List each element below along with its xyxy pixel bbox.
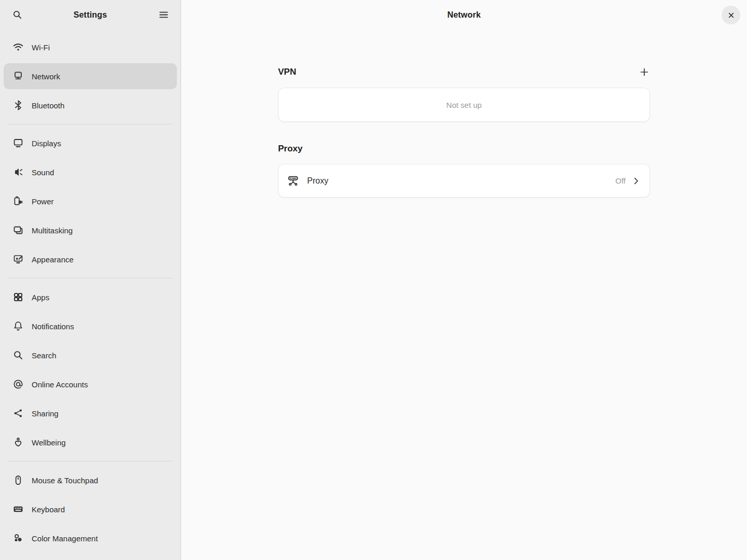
sidebar-item-notifications[interactable]: Notifications: [4, 313, 177, 339]
sidebar-item-displays[interactable]: Displays: [4, 130, 177, 156]
sidebar-item-wi-fi[interactable]: Wi-Fi: [4, 34, 177, 60]
sidebar-item-label: Displays: [32, 139, 61, 148]
sharing-icon: [12, 407, 24, 419]
main-header: Network: [181, 0, 747, 30]
mouse-icon: [12, 474, 24, 486]
page-title: Network: [447, 10, 481, 20]
sidebar-item-sound[interactable]: Sound: [4, 159, 177, 185]
plus-icon: [639, 66, 650, 78]
vpn-section-header: VPN: [278, 64, 650, 80]
bluetooth-icon: [12, 99, 24, 111]
sidebar-separator: [7, 278, 173, 278]
sidebar-item-label: Apps: [32, 293, 49, 302]
sidebar-item-label: Mouse & Touchpad: [32, 476, 98, 485]
sidebar-item-label: Bluetooth: [32, 101, 64, 110]
proxy-section: Proxy Proxy Off: [278, 141, 650, 198]
sidebar-item-label: Keyboard: [32, 505, 65, 514]
search-icon: [12, 349, 24, 361]
add-vpn-button[interactable]: [636, 64, 653, 80]
sidebar-menu-button[interactable]: [155, 6, 172, 24]
proxy-row[interactable]: Proxy Off: [279, 164, 649, 197]
sound-icon: [12, 166, 24, 178]
multitasking-icon: [12, 224, 24, 236]
chevron-right-icon: [631, 176, 641, 186]
close-icon: [726, 10, 736, 20]
proxy-section-header: Proxy: [278, 141, 650, 157]
sidebar-item-label: Search: [32, 351, 57, 360]
vpn-heading: VPN: [278, 67, 296, 77]
vpn-empty-text: Not set up: [446, 101, 481, 109]
close-button[interactable]: [722, 6, 740, 24]
sidebar-item-multitasking[interactable]: Multitasking: [4, 217, 177, 243]
power-icon: [12, 195, 24, 207]
proxy-heading: Proxy: [278, 144, 302, 154]
sidebar-separator: [7, 461, 173, 461]
sidebar-item-label: Sharing: [32, 409, 59, 418]
sidebar-item-label: Appearance: [32, 255, 74, 264]
sidebar-item-label: Sound: [32, 168, 54, 177]
keyboard-icon: [12, 503, 24, 515]
sidebar-item-mouse-touchpad[interactable]: Mouse & Touchpad: [4, 467, 177, 493]
color-management-icon: [12, 532, 24, 544]
sidebar-item-sharing[interactable]: Sharing: [4, 400, 177, 426]
online-accounts-icon: [12, 378, 24, 390]
sidebar-title: Settings: [74, 10, 107, 20]
sidebar-item-apps[interactable]: Apps: [4, 284, 177, 310]
displays-icon: [12, 137, 24, 149]
apps-icon: [12, 291, 24, 303]
sidebar-item-label: Wi-Fi: [32, 43, 50, 52]
vpn-section: VPN Not set up: [278, 64, 650, 122]
sidebar-item-power[interactable]: Power: [4, 188, 177, 214]
sidebar: Settings Wi-Fi Network Bluetooth Display…: [0, 0, 181, 560]
network-icon: [12, 70, 24, 82]
proxy-card: Proxy Off: [278, 164, 650, 198]
sidebar-item-label: Power: [32, 197, 54, 206]
sidebar-nav: Wi-Fi Network Bluetooth Displays Sound P…: [0, 30, 181, 560]
appearance-icon: [12, 253, 24, 265]
network-page: VPN Not set up Proxy Proxy Off: [278, 30, 650, 198]
sidebar-item-appearance[interactable]: Appearance: [4, 246, 177, 272]
hamburger-menu-icon: [158, 9, 170, 21]
notifications-icon: [12, 320, 24, 332]
sidebar-item-network[interactable]: Network: [4, 63, 177, 89]
sidebar-item-color-management[interactable]: Color Management: [4, 525, 177, 551]
search-icon: [11, 9, 23, 21]
sidebar-item-label: Notifications: [32, 322, 74, 331]
sidebar-item-bluetooth[interactable]: Bluetooth: [4, 92, 177, 118]
sidebar-item-label: Wellbeing: [32, 438, 66, 447]
wifi-icon: [12, 41, 24, 53]
sidebar-item-label: Multitasking: [32, 226, 73, 235]
proxy-icon: [286, 174, 300, 188]
sidebar-item-label: Color Management: [32, 534, 98, 543]
proxy-row-label: Proxy: [307, 176, 328, 186]
sidebar-item-label: Network: [32, 72, 60, 81]
sidebar-item-label: Online Accounts: [32, 380, 88, 389]
sidebar-item-online-accounts[interactable]: Online Accounts: [4, 371, 177, 397]
wellbeing-icon: [12, 436, 24, 449]
sidebar-item-search[interactable]: Search: [4, 342, 177, 368]
proxy-status-value: Off: [615, 176, 626, 185]
vpn-empty-card: Not set up: [278, 88, 650, 122]
sidebar-search-button[interactable]: [8, 6, 26, 24]
main-panel: Network VPN Not set up Proxy: [181, 0, 747, 560]
sidebar-header: Settings: [0, 0, 181, 30]
sidebar-item-wellbeing[interactable]: Wellbeing: [4, 429, 177, 455]
sidebar-separator: [7, 124, 173, 124]
sidebar-item-keyboard[interactable]: Keyboard: [4, 496, 177, 522]
